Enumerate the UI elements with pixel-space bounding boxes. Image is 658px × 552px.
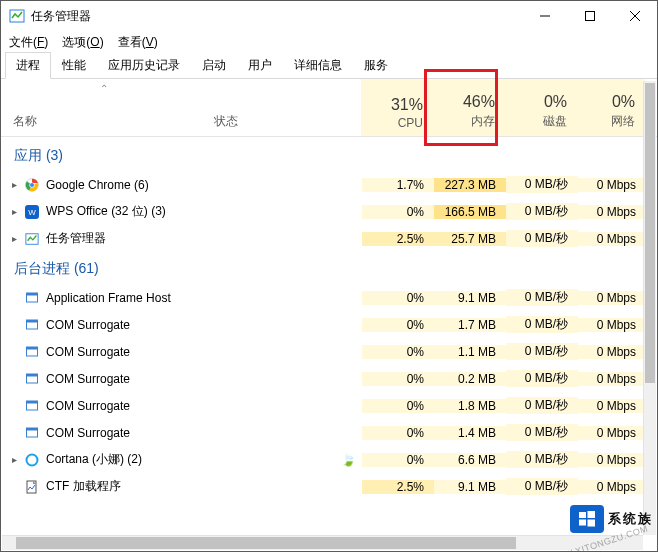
tab-startup[interactable]: 启动 bbox=[191, 52, 237, 78]
cortana-icon bbox=[24, 452, 40, 468]
expand-icon[interactable]: ▸ bbox=[8, 454, 20, 465]
process-name: COM Surrogate bbox=[46, 399, 130, 413]
table-row[interactable]: ▸ 任务管理器 2.5% 25.7 MB 0 MB/秒 0 Mbps bbox=[2, 225, 643, 252]
svg-text:W: W bbox=[28, 208, 36, 217]
wps-icon: W bbox=[24, 204, 40, 220]
expand-icon[interactable]: ▸ bbox=[8, 179, 20, 190]
tab-services[interactable]: 服务 bbox=[353, 52, 399, 78]
header-status[interactable]: 状态 bbox=[206, 79, 361, 136]
process-name: COM Surrogate bbox=[46, 426, 130, 440]
menu-file[interactable]: 文件(F) bbox=[9, 34, 48, 51]
app-generic-icon bbox=[24, 398, 40, 414]
tab-users[interactable]: 用户 bbox=[237, 52, 283, 78]
cell-disk: 0 MB/秒 bbox=[506, 424, 578, 441]
process-name: 任务管理器 bbox=[46, 230, 106, 247]
table-row[interactable]: ▸ Cortana (小娜) (2) 🍃 0% 6.6 MB 0 MB/秒 0 … bbox=[2, 446, 643, 473]
expand-icon[interactable]: ▸ bbox=[8, 233, 20, 244]
table-row[interactable]: COM Surrogate 0% 1.4 MB 0 MB/秒 0 Mbps bbox=[2, 419, 643, 446]
tab-app-history[interactable]: 应用历史记录 bbox=[97, 52, 191, 78]
cell-mem: 9.1 MB bbox=[434, 480, 506, 494]
header-mem-label: 内存 bbox=[471, 113, 495, 130]
cell-cpu: 0% bbox=[362, 345, 434, 359]
process-name: WPS Office (32 位) (3) bbox=[46, 203, 166, 220]
horizontal-scrollbar[interactable] bbox=[2, 535, 643, 550]
table-row[interactable]: COM Surrogate 0% 0.2 MB 0 MB/秒 0 Mbps bbox=[2, 365, 643, 392]
svg-rect-18 bbox=[27, 374, 38, 377]
header-cpu-pct: 31% bbox=[391, 96, 423, 114]
cell-mem: 9.1 MB bbox=[434, 291, 506, 305]
ctf-icon bbox=[24, 479, 40, 495]
horizontal-scroll-thumb[interactable] bbox=[16, 537, 516, 549]
app-generic-icon bbox=[24, 371, 40, 387]
cell-disk: 0 MB/秒 bbox=[506, 478, 578, 495]
cell-cpu: 0% bbox=[362, 318, 434, 332]
table-row[interactable]: Application Frame Host 0% 9.1 MB 0 MB/秒 … bbox=[2, 284, 643, 311]
header-net-label: 网络 bbox=[611, 113, 635, 130]
process-name: COM Surrogate bbox=[46, 318, 130, 332]
app-icon bbox=[9, 8, 25, 24]
tab-processes[interactable]: 进程 bbox=[5, 52, 51, 79]
tab-performance[interactable]: 性能 bbox=[51, 52, 97, 78]
svg-rect-27 bbox=[579, 520, 586, 526]
table-row[interactable]: CTF 加载程序 2.5% 9.1 MB 0 MB/秒 0 Mbps bbox=[2, 473, 643, 500]
watermark: 系统族 bbox=[570, 505, 653, 533]
cell-mem: 25.7 MB bbox=[434, 232, 506, 246]
cell-mem: 1.4 MB bbox=[434, 426, 506, 440]
svg-rect-2 bbox=[585, 12, 594, 21]
minimize-button[interactable] bbox=[522, 1, 567, 31]
cell-net: 0 Mbps bbox=[578, 205, 643, 219]
cell-net: 0 Mbps bbox=[578, 372, 643, 386]
table-row[interactable]: COM Surrogate 0% 1.8 MB 0 MB/秒 0 Mbps bbox=[2, 392, 643, 419]
process-name: Google Chrome (6) bbox=[46, 178, 149, 192]
window-controls bbox=[522, 1, 657, 31]
header-name-label: 名称 bbox=[13, 113, 37, 130]
header-disk-pct: 0% bbox=[544, 93, 567, 111]
table-row[interactable]: COM Surrogate 0% 1.7 MB 0 MB/秒 0 Mbps bbox=[2, 311, 643, 338]
svg-rect-28 bbox=[588, 520, 596, 527]
cell-net: 0 Mbps bbox=[578, 453, 643, 467]
svg-rect-20 bbox=[27, 401, 38, 404]
header-cpu[interactable]: 31% CPU bbox=[361, 79, 433, 136]
cell-net: 0 Mbps bbox=[578, 318, 643, 332]
menu-view[interactable]: 查看(V) bbox=[118, 34, 158, 51]
sort-indicator-icon: ⌃ bbox=[100, 83, 108, 94]
svg-rect-25 bbox=[579, 512, 586, 518]
cell-disk: 0 MB/秒 bbox=[506, 203, 578, 220]
vertical-scrollbar[interactable] bbox=[643, 81, 656, 535]
tabs-row: 进程 性能 应用历史记录 启动 用户 详细信息 服务 bbox=[1, 53, 657, 79]
cell-disk: 0 MB/秒 bbox=[506, 397, 578, 414]
header-memory[interactable]: 46% 内存 bbox=[433, 79, 505, 136]
cell-net: 0 Mbps bbox=[578, 399, 643, 413]
taskmgr-icon bbox=[24, 231, 40, 247]
svg-rect-26 bbox=[588, 511, 596, 518]
menu-options[interactable]: 选项(O) bbox=[62, 34, 103, 51]
cell-disk: 0 MB/秒 bbox=[506, 289, 578, 306]
column-headers: ⌃ 名称 状态 31% CPU 46% 内存 0% 磁盘 0% 网络 bbox=[1, 79, 657, 137]
cell-mem: 6.6 MB bbox=[434, 453, 506, 467]
expand-icon[interactable]: ▸ bbox=[8, 206, 20, 217]
table-row[interactable]: ▸ W WPS Office (32 位) (3) 0% 166.5 MB 0 … bbox=[2, 198, 643, 225]
header-network[interactable]: 0% 网络 bbox=[577, 79, 645, 136]
cell-mem: 227.3 MB bbox=[434, 178, 506, 192]
cell-net: 0 Mbps bbox=[578, 345, 643, 359]
watermark-logo-icon bbox=[570, 505, 604, 533]
leaf-icon: 🍃 bbox=[341, 453, 356, 467]
group-background: 后台进程 (61) bbox=[2, 252, 643, 284]
svg-rect-22 bbox=[27, 428, 38, 431]
group-apps: 应用 (3) bbox=[2, 139, 643, 171]
close-button[interactable] bbox=[612, 1, 657, 31]
header-disk[interactable]: 0% 磁盘 bbox=[505, 79, 577, 136]
vertical-scroll-thumb[interactable] bbox=[645, 83, 655, 383]
table-row[interactable]: COM Surrogate 0% 1.1 MB 0 MB/秒 0 Mbps bbox=[2, 338, 643, 365]
header-name[interactable]: ⌃ 名称 bbox=[1, 79, 206, 136]
svg-point-7 bbox=[30, 183, 34, 187]
header-status-label: 状态 bbox=[214, 113, 238, 130]
cell-net: 0 Mbps bbox=[578, 178, 643, 192]
cell-cpu: 0% bbox=[362, 205, 434, 219]
header-disk-label: 磁盘 bbox=[543, 113, 567, 130]
header-cpu-label: CPU bbox=[398, 116, 423, 130]
tab-details[interactable]: 详细信息 bbox=[283, 52, 353, 78]
process-name: COM Surrogate bbox=[46, 345, 130, 359]
maximize-button[interactable] bbox=[567, 1, 612, 31]
table-row[interactable]: ▸ Google Chrome (6) 1.7% 227.3 MB 0 MB/秒… bbox=[2, 171, 643, 198]
